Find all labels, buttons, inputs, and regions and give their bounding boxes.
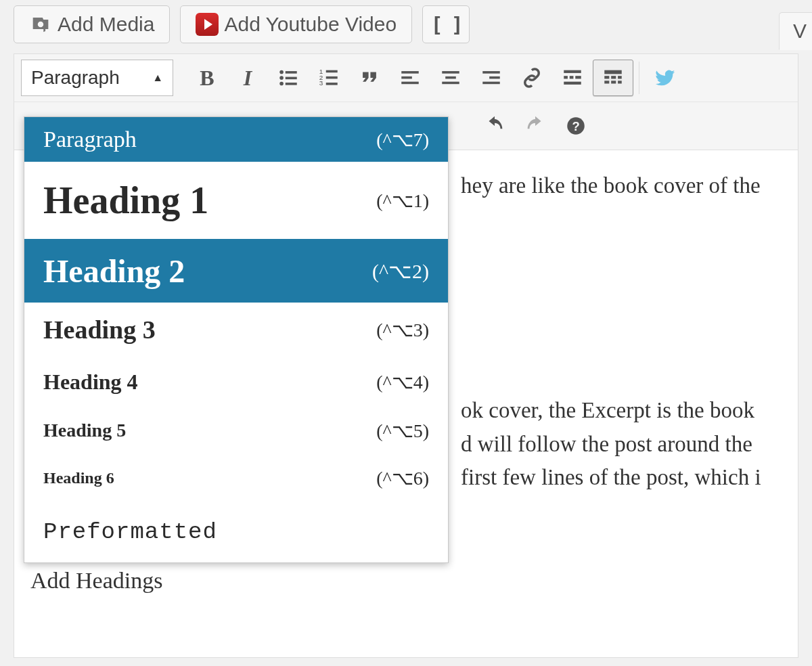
format-option-shortcut: (^⌥2) (372, 259, 429, 283)
align-left-button[interactable] (390, 60, 430, 96)
svg-rect-31 (611, 81, 616, 83)
format-dropdown-menu: Paragraph(^⌥7)Heading 1(^⌥1)Heading 2(^⌥… (24, 116, 449, 563)
bullet-list-button[interactable] (268, 60, 309, 96)
svg-rect-7 (326, 70, 338, 73)
svg-rect-11 (326, 83, 338, 85)
toolbar-row-1: Paragraph ▲ B I 123 (14, 54, 798, 102)
svg-rect-19 (489, 76, 500, 79)
add-youtube-button[interactable]: Add Youtube Video (180, 5, 412, 43)
svg-rect-27 (604, 76, 609, 79)
svg-rect-25 (564, 82, 581, 85)
body-text-fragment-1: hey are like the book cover of the (461, 169, 761, 203)
format-option-shortcut: (^⌥6) (376, 467, 429, 489)
numbered-list-button[interactable]: 123 (309, 60, 349, 96)
toolbar-separator (639, 62, 639, 94)
add-media-button[interactable]: Add Media (14, 5, 170, 43)
svg-rect-9 (326, 76, 338, 79)
svg-rect-30 (604, 81, 609, 83)
svg-rect-1 (286, 71, 297, 74)
svg-rect-13 (401, 76, 412, 79)
format-selected-label: Paragraph (31, 67, 120, 89)
align-right-button[interactable] (471, 60, 512, 96)
body-text-fragment-2: ok cover, the Excerpt is the book d will… (461, 394, 805, 495)
visual-tab-partial[interactable]: V (779, 12, 812, 50)
format-option-shortcut: (^⌥1) (376, 190, 429, 212)
svg-rect-26 (604, 70, 622, 74)
camera-music-icon (29, 13, 52, 36)
media-buttons-row: Add Media Add Youtube Video [ ] (0, 0, 812, 53)
format-option-shortcut: (^⌥7) (376, 129, 429, 151)
svg-text:3: 3 (319, 79, 323, 87)
format-option-heading-2[interactable]: Heading 2(^⌥2) (24, 239, 448, 303)
format-option-heading-3[interactable]: Heading 3(^⌥3) (24, 303, 448, 357)
svg-rect-29 (618, 76, 622, 79)
format-option-label: Heading 3 (43, 315, 156, 345)
redo-button[interactable] (515, 108, 556, 144)
link-button[interactable] (512, 60, 552, 96)
format-option-preformatted[interactable]: Preformatted (24, 502, 448, 562)
svg-rect-5 (286, 83, 297, 85)
format-option-paragraph[interactable]: Paragraph(^⌥7) (24, 117, 448, 162)
format-option-heading-5[interactable]: Heading 5(^⌥5) (24, 407, 448, 454)
format-option-heading-6[interactable]: Heading 6(^⌥6) (24, 454, 448, 502)
help-button[interactable]: ? (556, 108, 596, 144)
twitter-button[interactable] (645, 60, 685, 96)
brackets-icon: [ ] (431, 13, 461, 37)
format-option-label: Heading 5 (43, 420, 126, 441)
format-option-shortcut: (^⌥4) (376, 371, 429, 393)
format-option-label: Paragraph (43, 127, 137, 152)
format-dropdown-toggle[interactable]: Paragraph ▲ (21, 60, 173, 96)
svg-point-0 (279, 70, 284, 74)
svg-text:?: ? (572, 119, 579, 133)
svg-rect-23 (570, 76, 574, 79)
svg-rect-17 (442, 82, 459, 85)
svg-rect-20 (482, 82, 500, 85)
blockquote-button[interactable] (349, 60, 390, 96)
chevron-up-icon: ▲ (152, 72, 163, 84)
format-option-label: Preformatted (43, 519, 217, 545)
format-option-shortcut: (^⌥3) (376, 319, 429, 341)
align-center-button[interactable] (430, 60, 471, 96)
format-option-label: Heading 6 (43, 469, 114, 487)
add-media-label: Add Media (58, 13, 154, 36)
format-option-label: Heading 2 (43, 252, 185, 290)
bold-button[interactable]: B (187, 60, 227, 96)
format-option-label: Heading 4 (43, 370, 138, 395)
add-youtube-label: Add Youtube Video (224, 13, 397, 36)
svg-rect-18 (482, 71, 500, 74)
read-more-button[interactable] (552, 60, 593, 96)
svg-rect-14 (401, 82, 419, 85)
format-option-heading-1[interactable]: Heading 1(^⌥1) (24, 162, 448, 239)
svg-rect-15 (442, 71, 459, 74)
svg-rect-16 (445, 76, 456, 79)
svg-point-2 (279, 76, 284, 80)
svg-rect-28 (611, 76, 616, 79)
italic-button[interactable]: I (227, 60, 268, 96)
undo-button[interactable] (474, 108, 515, 144)
svg-rect-24 (575, 76, 581, 79)
body-heading-text: Add Headings (30, 563, 162, 598)
svg-rect-21 (564, 70, 581, 73)
svg-rect-12 (401, 71, 419, 74)
svg-rect-3 (286, 77, 297, 80)
svg-point-4 (279, 82, 284, 86)
svg-rect-22 (564, 76, 568, 79)
format-option-shortcut: (^⌥5) (376, 420, 429, 442)
svg-rect-32 (618, 81, 622, 83)
format-option-label: Heading 1 (43, 179, 208, 222)
fullscreen-brackets-button[interactable]: [ ] (422, 5, 470, 43)
format-option-heading-4[interactable]: Heading 4(^⌥4) (24, 357, 448, 407)
youtube-icon (196, 13, 219, 36)
toolbar-toggle-button[interactable] (593, 60, 633, 96)
